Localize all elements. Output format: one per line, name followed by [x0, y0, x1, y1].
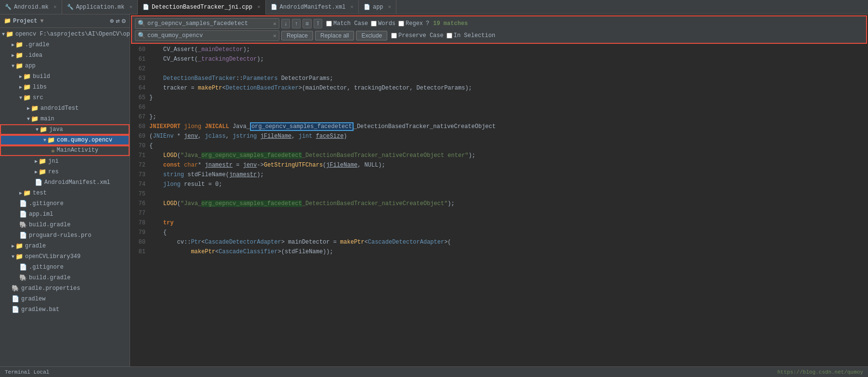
words-wrap[interactable]: Words	[371, 20, 395, 27]
tree-item-gitignore-opencv[interactable]: 📄 .gitignore	[0, 262, 130, 273]
tab-app[interactable]: 📄 app ×	[359, 0, 396, 14]
replace-clear-icon[interactable]: ✕	[273, 32, 276, 39]
tree-label: build	[33, 73, 50, 80]
tree-item-src[interactable]: ▼ 📁 src	[0, 92, 130, 103]
preserve-case-wrap[interactable]: Preserve Case	[391, 32, 444, 39]
tree-item-build-gradle-app[interactable]: 🐘 build.gradle	[0, 220, 130, 230]
tree-label: gradlew	[21, 296, 45, 302]
words-checkbox[interactable]	[371, 21, 377, 26]
tree-item-main[interactable]: ▼ 📁 main	[0, 114, 130, 124]
tree-item-gradlew[interactable]: 📄 gradlew	[0, 294, 130, 304]
tab-close-androidmanifest[interactable]: ×	[350, 4, 354, 10]
in-selection-wrap[interactable]: In Selection	[447, 32, 495, 39]
code-editor[interactable]: 60 CV_Assert(_mainDetector); 61 CV_Asser…	[130, 45, 868, 366]
tree-item-androidtest[interactable]: ▶ 📁 androidTest	[0, 103, 130, 114]
line-content: const char* jnamestr = jenv->GetStringUT…	[149, 160, 868, 170]
regex-checkbox[interactable]	[398, 21, 404, 26]
search-clear-icon[interactable]: ✕	[273, 20, 276, 27]
tree-item-app[interactable]: ▼ 📁 app	[0, 61, 130, 71]
line-number: 80	[130, 237, 149, 247]
tree-label: openCVLibrary349	[25, 253, 80, 260]
tree-label: MainActivity	[57, 147, 98, 154]
find-prev-btn[interactable]: ↓	[281, 19, 290, 28]
regex-help: ?	[426, 20, 429, 27]
tab-close-application-mk[interactable]: ×	[129, 4, 132, 10]
tree-item-gradlew-bat[interactable]: 📄 gradlew.bat	[0, 304, 130, 315]
tree-item-build[interactable]: ▶ 📁 build	[0, 71, 130, 82]
tab-detection-jni[interactable]: 📄 DetectionBasedTracker_jni.cpp ×	[138, 0, 265, 14]
tree-item-res[interactable]: ▶ 📁 res	[0, 167, 130, 177]
tree-item-app-iml[interactable]: 📄 app.iml	[0, 209, 130, 220]
tab-label: app	[373, 4, 383, 11]
replace-all-button[interactable]: Replace all	[315, 31, 354, 40]
code-line-69: 69 (JNIEnv * jenv, jclass, jstring jFile…	[130, 131, 868, 141]
replace-input[interactable]	[147, 32, 271, 39]
tree-label: gradle.properties	[21, 285, 80, 292]
code-line-76: 76 LOGD("Java_org_oepncv_samples_facedet…	[130, 199, 868, 208]
line-number: 62	[130, 64, 149, 74]
line-number: 64	[130, 83, 149, 93]
line-content: (JNIEnv * jenv, jclass, jstring jFileNam…	[149, 131, 868, 141]
match-case-checkbox[interactable]	[326, 21, 332, 26]
tab-androidmanifest[interactable]: 📄 AndroidManifest.xml ×	[266, 0, 359, 14]
tree-item-java[interactable]: ▼ 📁 java	[0, 124, 130, 135]
exclude-button[interactable]: Exclude	[356, 31, 387, 40]
tree-arrow: ▶	[27, 105, 30, 111]
tree-item-jni[interactable]: ▶ 📁 jni	[0, 156, 130, 167]
folder-icon: 📁	[39, 157, 46, 165]
line-number: 74	[130, 180, 149, 189]
find-filter-btn[interactable]: ≡	[302, 19, 312, 28]
line-number: 63	[130, 74, 149, 83]
sidebar: 📁 Project ▼ ⊕ ⇄ ⚙ ▼ 📁 opencv F:\asprojec…	[0, 14, 130, 366]
replace-button[interactable]: Replace	[281, 31, 313, 40]
tree-item-proguard[interactable]: 📄 proguard-rules.pro	[0, 230, 130, 241]
tree-label: gradlew.bat	[21, 306, 59, 313]
main-layout: 📁 Project ▼ ⊕ ⇄ ⚙ ▼ 📁 opencv F:\asprojec…	[0, 14, 868, 366]
regex-wrap[interactable]: Regex	[398, 20, 423, 27]
folder-icon: 📁	[15, 242, 23, 250]
sidebar-title-label: Project	[13, 18, 37, 25]
match-case-wrap[interactable]: Match Case	[326, 20, 368, 27]
tree-item-mainactivity[interactable]: ☕ MainActivity	[0, 145, 130, 156]
tree-root[interactable]: ▼ 📁 opencv F:\asprojects\AI\OpenCV\openc…	[0, 29, 130, 39]
code-line-72: 72 const char* jnamestr = jenv->GetStrin…	[130, 160, 868, 170]
tab-close-app[interactable]: ×	[388, 4, 392, 10]
androidmanifest-icon: 📄	[271, 4, 277, 10]
code-line-61: 61 CV_Assert(_trackingDetector);	[130, 54, 868, 64]
find-replace-bar: 🔍 ✕ ↓ ↑ ≡ ⊺ Match Case Word	[131, 15, 867, 44]
line-number: 77	[130, 208, 149, 218]
tree-item-gitignore-app[interactable]: 📄 .gitignore	[0, 198, 130, 209]
search-input[interactable]	[147, 20, 271, 27]
application-mk-icon: 🔧	[67, 4, 74, 10]
tab-close-android-mk[interactable]: ×	[53, 4, 57, 10]
tab-application-mk[interactable]: 🔧 Application.mk ×	[62, 0, 138, 14]
url-text: https://blog.csdn.net/qumoy	[777, 369, 863, 375]
find-funnel-btn[interactable]: ⊺	[314, 19, 322, 28]
tree-item-test[interactable]: ▶ 📁 test	[0, 188, 130, 198]
tree-item-idea[interactable]: ▶ 📁 .idea	[0, 50, 130, 61]
tree-item-opencv-library[interactable]: ▼ 📁 openCVLibrary349	[0, 251, 130, 262]
replace-input-wrap: 🔍 ✕	[135, 30, 279, 41]
tree-item-libs[interactable]: ▶ 📁 libs	[0, 82, 130, 92]
tree-item-build-gradle-opencv[interactable]: 🐘 build.gradle	[0, 273, 130, 283]
sidebar-action-sync[interactable]: ⇄	[116, 17, 119, 25]
tree-item-gradle-folder[interactable]: ▶ 📁 gradle	[0, 241, 130, 251]
sidebar-action-add[interactable]: ⊕	[110, 17, 114, 25]
line-content: makePtr<CascadeClassifier>(stdFileName))…	[149, 247, 868, 257]
tree-label: androidTest	[40, 105, 79, 112]
tab-close-detection-jni[interactable]: ×	[257, 4, 261, 10]
line-content: CV_Assert(_mainDetector);	[149, 45, 868, 54]
tree-item-com-qumoy[interactable]: ▼ 📁 com.qumoy.opencv	[0, 135, 130, 145]
tab-label: AndroidManifest.xml	[280, 4, 346, 11]
sidebar-action-settings[interactable]: ⚙	[122, 17, 126, 25]
matches-count: 19 matches	[433, 20, 468, 27]
in-selection-checkbox[interactable]	[447, 33, 452, 39]
find-next-btn[interactable]: ↑	[292, 19, 301, 28]
tree-item-gradle-root[interactable]: ▶ 📁 .gradle	[0, 39, 130, 50]
tree-item-gradle-properties[interactable]: 🐘 gradle.properties	[0, 283, 130, 294]
preserve-case-checkbox[interactable]	[391, 33, 397, 39]
tab-android-mk[interactable]: 🔧 Android.mk ×	[0, 0, 62, 14]
tree-item-manifest[interactable]: 📄 AndroidManifest.xml	[0, 177, 130, 188]
file-icon: 📄	[12, 295, 19, 303]
words-label: Words	[378, 20, 395, 27]
